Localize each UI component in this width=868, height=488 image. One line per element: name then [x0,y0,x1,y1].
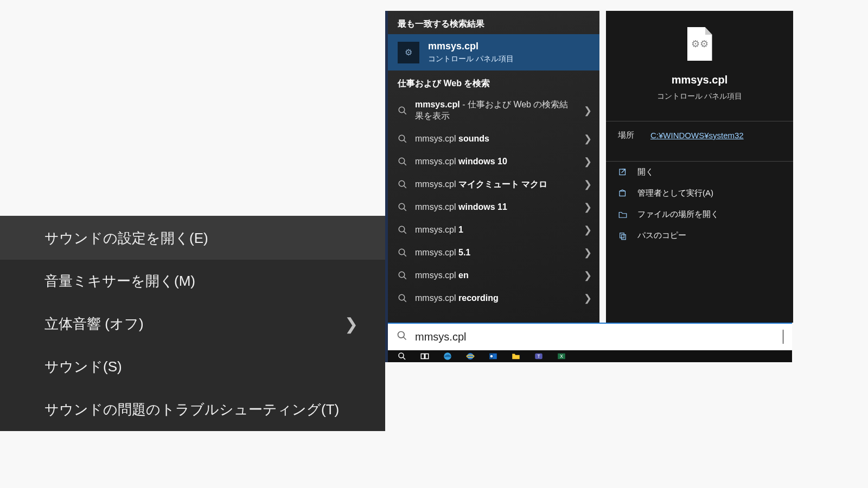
best-match-header: 最も一致する検索結果 [388,11,599,34]
open-icon [618,168,628,177]
ctx-label: サウンド(S) [44,357,122,376]
action-run-as-admin[interactable]: 管理者として実行(A) [606,183,793,204]
search-suggestion[interactable]: mmsys.cpl - 仕事および Web の検索結果を表示 ❯ [388,94,599,127]
edge-icon[interactable] [442,352,453,360]
action-label: 開く [637,167,654,177]
svg-text:T: T [537,354,540,359]
search-suggestion[interactable]: mmsys.cpl windows 10 ❯ [388,150,599,173]
copy-icon [618,231,628,241]
suggestion-text: mmsys.cpl - 仕事および Web の検索結果を表示 [415,99,576,122]
svg-line-23 [404,337,406,340]
ctx-label: 立体音響 (オフ) [44,314,144,333]
action-open[interactable]: 開く [606,162,793,183]
taskbar-strip: T X [385,350,792,362]
ctx-open-volume-mixer[interactable]: 音量ミキサーを開く(M) [0,260,385,303]
start-search-panel: 最も一致する検索結果 ⚙ mmsys.cpl コントロール パネル項目 仕事およ… [385,11,792,362]
search-icon [398,271,407,280]
search-suggestion[interactable]: mmsys.cpl 5.1 ❯ [388,241,599,264]
best-match-title: mmsys.cpl [428,41,514,52]
svg-point-29 [467,353,474,359]
ie-icon[interactable] [465,352,476,360]
svg-point-33 [490,355,493,358]
excel-icon[interactable]: X [556,352,567,360]
svg-text:X: X [560,354,563,359]
search-icon [398,248,407,258]
folder-icon [618,210,628,220]
suggestion-text: mmsys.cpl マイクミュート マクロ [415,179,547,190]
search-icon [398,202,407,212]
preview-location-row: 場所 C:¥WINDOWS¥system32 [606,121,793,149]
teams-icon[interactable]: T [533,352,544,360]
best-match-subtitle: コントロール パネル項目 [428,54,514,64]
chevron-right-icon: ❯ [584,156,592,168]
svg-point-4 [399,158,405,164]
chevron-right-icon: ❯ [584,292,592,304]
svg-line-17 [404,299,406,302]
ctx-troubleshoot[interactable]: サウンドの問題のトラブルシューティング(T) [0,388,385,431]
chevron-right-icon: ❯ [584,224,592,236]
preview-subtitle: コントロール パネル項目 [611,92,788,101]
action-label: ファイルの場所を開く [637,209,719,220]
chevron-right-icon: ❯ [584,105,592,117]
ctx-sounds[interactable]: サウンド(S) [0,345,385,388]
search-icon [397,330,407,343]
location-path-link[interactable]: C:¥WINDOWS¥system32 [650,131,744,140]
best-match-result[interactable]: ⚙ mmsys.cpl コントロール パネル項目 [388,34,599,70]
search-suggestion[interactable]: mmsys.cpl マイクミュート マクロ ❯ [388,173,599,196]
suggestion-text: mmsys.cpl sounds [415,134,489,144]
svg-point-2 [399,135,405,141]
search-suggestion[interactable]: mmsys.cpl sounds ❯ [388,127,599,150]
location-label: 場所 [618,130,634,140]
outlook-icon[interactable] [488,352,499,360]
search-suggestion[interactable]: mmsys.cpl recording ❯ [388,287,599,310]
svg-rect-27 [425,354,429,359]
taskbar-search-icon[interactable] [397,352,407,360]
svg-line-3 [404,140,406,143]
ctx-open-sound-settings[interactable]: サウンドの設定を開く(E) [0,217,385,260]
shield-icon [618,189,628,198]
svg-point-0 [399,107,405,113]
svg-point-8 [399,203,405,209]
ctx-spatial-sound[interactable]: 立体音響 (オフ) ❯ [0,303,385,345]
search-icon [398,134,407,144]
svg-line-1 [404,112,406,114]
svg-line-15 [404,277,406,279]
action-open-file-location[interactable]: ファイルの場所を開く [606,204,793,225]
search-input-bar[interactable] [388,323,792,350]
svg-point-14 [399,272,405,278]
search-suggestion[interactable]: mmsys.cpl en ❯ [388,264,599,287]
ctx-label: サウンドの設定を開く(E) [44,229,208,248]
search-icon [398,106,407,115]
ctx-label: サウンドの問題のトラブルシューティング(T) [44,400,339,419]
svg-point-16 [399,294,405,300]
preview-title: mmsys.cpl [611,74,788,86]
chevron-right-icon: ❯ [584,178,592,190]
svg-line-7 [404,185,406,188]
search-input[interactable] [415,331,781,343]
action-copy-path[interactable]: パスのコピー [606,225,793,246]
search-icon [398,225,407,235]
file-explorer-icon[interactable] [510,352,521,360]
search-results-column: 最も一致する検索結果 ⚙ mmsys.cpl コントロール パネル項目 仕事およ… [388,11,599,323]
control-panel-item-icon: ⚙ [398,42,419,63]
svg-rect-20 [620,233,624,237]
chevron-right-icon: ❯ [584,201,592,213]
svg-line-5 [404,163,406,165]
suggestion-text: mmsys.cpl en [415,271,469,280]
taskview-icon[interactable] [419,352,430,360]
suggestion-text: mmsys.cpl recording [415,293,499,303]
ctx-label: 音量ミキサーを開く(M) [44,272,195,291]
search-suggestion[interactable]: mmsys.cpl 1 ❯ [388,219,599,241]
sound-context-menu: サウンドの設定を開く(E) 音量ミキサーを開く(M) 立体音響 (オフ) ❯ サ… [0,216,385,431]
action-label: パスのコピー [637,230,686,241]
gear-icon: ⚙⚙ [691,38,709,50]
svg-point-10 [399,226,405,232]
chevron-right-icon: ❯ [344,314,358,333]
svg-point-12 [399,249,405,255]
svg-line-25 [403,357,406,360]
search-suggestion[interactable]: mmsys.cpl windows 11 ❯ [388,196,599,219]
svg-point-22 [398,332,405,338]
svg-line-13 [404,254,406,256]
suggestion-text: mmsys.cpl windows 10 [415,157,507,166]
file-type-icon: ⚙⚙ [687,27,712,61]
